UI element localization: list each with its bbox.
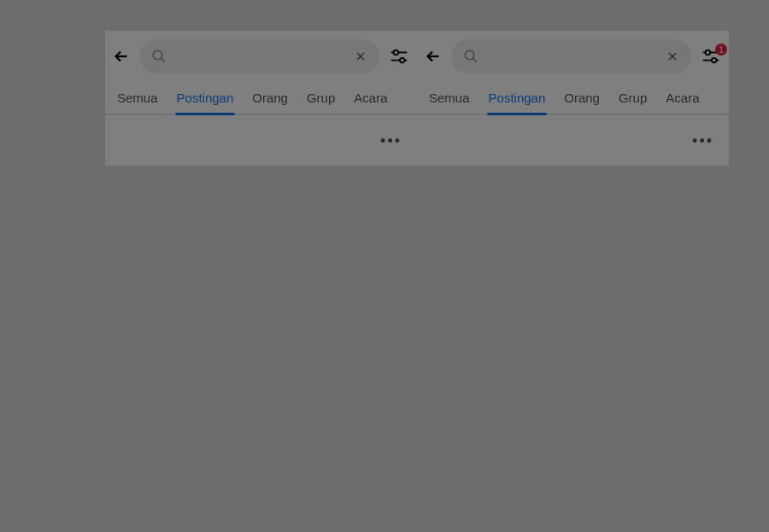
dimmer (417, 31, 729, 166)
dimmer (105, 31, 417, 166)
